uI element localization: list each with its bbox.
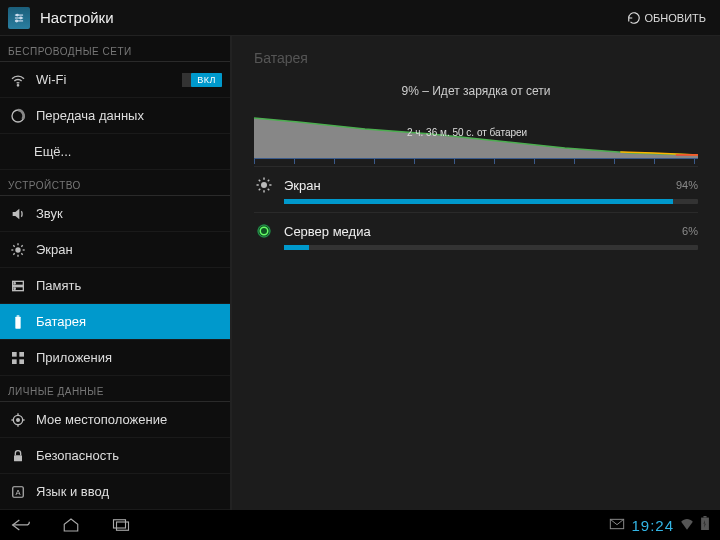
sidebar-item-label: Язык и ввод <box>36 484 109 499</box>
battery-graph-ticks <box>254 158 698 164</box>
lock-icon <box>10 448 26 464</box>
svg-line-14 <box>21 253 22 254</box>
svg-line-15 <box>13 253 14 254</box>
sidebar-item-location[interactable]: Мое местоположение <box>0 402 230 438</box>
svg-point-20 <box>14 288 15 289</box>
svg-point-5 <box>16 20 18 22</box>
svg-point-37 <box>261 182 267 188</box>
sidebar-item-label: Безопасность <box>36 448 119 463</box>
wifi-icon <box>10 72 26 88</box>
sidebar-item-label: Приложения <box>36 350 112 365</box>
action-bar: Настройки ОБНОВИТЬ <box>0 0 720 36</box>
settings-sidebar: БЕСПРОВОДНЫЕ СЕТИ Wi-Fi ВКЛ Передача дан… <box>0 36 232 510</box>
svg-rect-33 <box>14 455 22 461</box>
section-header-personal: ЛИЧНЫЕ ДАННЫЕ <box>0 376 230 402</box>
page-title: Батарея <box>254 36 698 84</box>
action-bar-title: Настройки <box>40 9 621 26</box>
sidebar-item-label: Передача данных <box>36 108 144 123</box>
brightness-icon <box>254 175 274 195</box>
data-usage-icon <box>10 108 26 124</box>
sidebar-item-label: Батарея <box>36 314 86 329</box>
consumer-bar <box>284 245 698 250</box>
svg-rect-25 <box>12 359 17 364</box>
home-button[interactable] <box>60 514 82 536</box>
storage-icon <box>10 278 26 294</box>
svg-point-3 <box>16 14 18 16</box>
svg-rect-49 <box>114 520 126 528</box>
sidebar-item-language[interactable]: A Язык и ввод <box>0 474 230 510</box>
svg-point-46 <box>257 224 271 238</box>
apps-icon <box>10 350 26 366</box>
svg-point-4 <box>20 17 22 19</box>
sidebar-item-label: Мое местоположение <box>36 412 167 427</box>
battery-history-graph[interactable]: 2 ч. 36 м. 50 с. от батареи <box>254 108 698 162</box>
back-button[interactable] <box>10 514 32 536</box>
sidebar-item-label: Экран <box>36 242 73 257</box>
svg-rect-24 <box>19 352 24 357</box>
svg-point-28 <box>17 418 20 421</box>
battery-graph-caption: 2 ч. 36 м. 50 с. от батареи <box>403 126 531 139</box>
svg-rect-52 <box>701 518 709 530</box>
sidebar-item-more[interactable]: Ещё... <box>0 134 230 170</box>
sidebar-item-data-usage[interactable]: Передача данных <box>0 98 230 134</box>
sidebar-item-label: Звук <box>36 206 63 221</box>
sidebar-item-apps[interactable]: Приложения <box>0 340 230 376</box>
svg-text:A: A <box>15 487 21 496</box>
svg-point-19 <box>14 282 15 283</box>
sidebar-item-label: Память <box>36 278 81 293</box>
battery-icon <box>10 314 26 330</box>
svg-line-43 <box>268 189 270 191</box>
section-header-device: УСТРОЙСТВО <box>0 170 230 196</box>
battery-status-icon <box>700 516 710 534</box>
svg-point-6 <box>17 84 18 85</box>
svg-line-44 <box>259 189 261 191</box>
consumer-name: Сервер медиа <box>284 224 672 239</box>
svg-rect-50 <box>117 522 129 530</box>
language-icon: A <box>10 484 26 500</box>
svg-line-45 <box>268 180 270 182</box>
svg-rect-22 <box>17 315 20 316</box>
svg-line-16 <box>21 245 22 246</box>
media-server-icon <box>254 221 274 241</box>
wifi-toggle[interactable]: ВКЛ <box>182 73 222 87</box>
sidebar-item-display[interactable]: Экран <box>0 232 230 268</box>
refresh-label: ОБНОВИТЬ <box>645 12 706 24</box>
consumer-bar <box>284 199 698 204</box>
sidebar-item-label: Ещё... <box>34 144 71 159</box>
consumer-percent: 94% <box>676 179 698 191</box>
wifi-status-icon <box>680 516 694 534</box>
consumer-percent: 6% <box>682 225 698 237</box>
consumer-row-screen[interactable]: Экран 94% <box>254 166 698 212</box>
section-header-wireless: БЕСПРОВОДНЫЕ СЕТИ <box>0 36 230 62</box>
sidebar-item-battery[interactable]: Батарея <box>0 304 230 340</box>
mail-notification-icon[interactable] <box>609 516 625 534</box>
sound-icon <box>10 206 26 222</box>
sidebar-item-storage[interactable]: Память <box>0 268 230 304</box>
svg-rect-23 <box>12 352 17 357</box>
svg-line-13 <box>13 245 14 246</box>
svg-rect-21 <box>15 316 20 328</box>
main-content: Батарея 9% – Идет зарядка от сети 2 ч. 3… <box>232 36 720 510</box>
svg-line-42 <box>259 180 261 182</box>
svg-point-8 <box>15 247 20 252</box>
recent-apps-button[interactable] <box>110 514 132 536</box>
consumer-name: Экран <box>284 178 666 193</box>
svg-rect-26 <box>19 359 24 364</box>
system-nav-bar: 19:24 <box>0 510 720 540</box>
sidebar-item-wifi[interactable]: Wi-Fi ВКЛ <box>0 62 230 98</box>
location-icon <box>10 412 26 428</box>
display-icon <box>10 242 26 258</box>
svg-rect-53 <box>703 516 706 518</box>
settings-app-icon <box>8 7 30 29</box>
status-clock: 19:24 <box>631 517 674 534</box>
refresh-icon <box>627 11 641 25</box>
refresh-button[interactable]: ОБНОВИТЬ <box>621 7 712 29</box>
sidebar-item-security[interactable]: Безопасность <box>0 438 230 474</box>
consumer-row-media-server[interactable]: Сервер медиа 6% <box>254 212 698 258</box>
sidebar-item-label: Wi-Fi <box>36 72 66 87</box>
battery-status: 9% – Идет зарядка от сети <box>254 84 698 108</box>
sidebar-item-sound[interactable]: Звук <box>0 196 230 232</box>
